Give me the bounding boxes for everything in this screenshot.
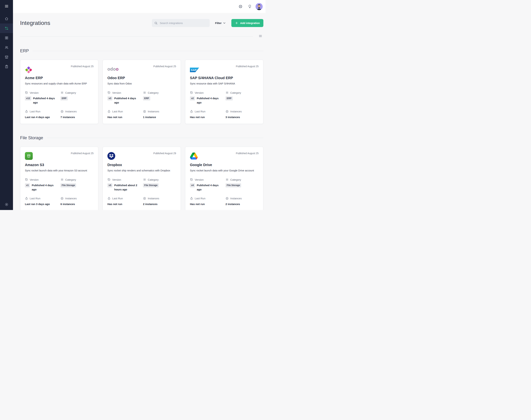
home-icon xyxy=(5,17,9,21)
last-run-label: Last Run xyxy=(107,197,140,200)
stack-icon xyxy=(61,178,64,181)
integration-card-acme-erp[interactable]: Published August 25 Acme ERP Sync resour… xyxy=(20,60,98,124)
list-view-toggle[interactable] xyxy=(258,33,263,39)
stack-icon xyxy=(143,91,146,94)
category-label: Category xyxy=(226,178,258,181)
instances-label: Instances xyxy=(226,110,258,113)
sidebar-item-grid[interactable] xyxy=(0,33,13,43)
category-value: ERP xyxy=(226,96,258,100)
instances-cell: Instances 2 instances xyxy=(226,197,258,206)
integration-card-amazon-s3[interactable]: Published August 25 Amazon S3 Sync rocke… xyxy=(20,147,98,210)
sidebar-item-users[interactable] xyxy=(0,43,13,52)
last-run-text: Has not run xyxy=(107,115,122,119)
settings-gear-icon xyxy=(5,203,9,207)
odoo-logo: odoo xyxy=(107,65,119,73)
plus-icon xyxy=(235,21,238,25)
meta-row: Version v3 Published 4 days ago xyxy=(107,91,176,105)
version-published-text: Published 4 days ago xyxy=(114,96,140,105)
card-header: Published August 25 xyxy=(25,152,93,160)
meta-row: Version v2 Published 4 days ago xyxy=(190,91,258,105)
version-value: v12 Published 4 days ago xyxy=(25,96,58,105)
last-run-value: Has not run xyxy=(190,115,223,119)
sidebar-item-store[interactable] xyxy=(0,52,13,62)
version-badge: v2 xyxy=(190,96,195,100)
last-run-cell: Last Run Has not run xyxy=(107,197,140,206)
add-integration-label: Add integration xyxy=(240,21,260,25)
version-badge: v4 xyxy=(190,183,195,187)
instances-count-text: 7 instances xyxy=(61,115,75,119)
add-integration-button[interactable]: Add integration xyxy=(231,19,263,27)
section-heading: File Storage xyxy=(20,135,263,140)
instances-value: 2 instances xyxy=(226,202,258,206)
acme-erp-logo xyxy=(25,65,33,73)
instances-cell: Instances 1 instance xyxy=(143,110,176,119)
help-button[interactable] xyxy=(237,3,244,10)
category-badge: ERP xyxy=(226,96,233,100)
version-label-text: Version xyxy=(112,91,121,94)
instances-cell: Instances 2 instances xyxy=(143,197,176,206)
last-run-value: Has not run xyxy=(107,115,140,119)
history-icon xyxy=(107,91,111,94)
ideas-button[interactable] xyxy=(246,3,253,10)
section-erp: ERP Published August 25 Acme ERP Sync xyxy=(20,48,263,124)
odoo-wordmark-gray: odo xyxy=(107,66,116,72)
integration-name: SAP S/4HANA Cloud ERP xyxy=(190,76,258,80)
play-circle-icon xyxy=(143,110,146,113)
last-run-value: Last ran 3 days ago xyxy=(25,202,58,206)
card-grid: Published August 25 Acme ERP Sync resour… xyxy=(20,60,263,124)
section-rule xyxy=(33,51,263,51)
stopwatch-icon xyxy=(107,110,111,113)
sidebar-item-settings[interactable] xyxy=(0,200,13,209)
google-drive-glyph xyxy=(190,152,198,160)
card-grid: Published August 25 Amazon S3 Sync rocke… xyxy=(20,147,263,210)
instances-label: Instances xyxy=(143,197,176,200)
play-circle-icon xyxy=(143,197,146,200)
integration-name: Google Drive xyxy=(190,163,258,167)
last-run-label: Last Run xyxy=(25,110,58,113)
hamburger-menu-icon xyxy=(4,4,9,8)
bucket-glyph xyxy=(27,154,31,158)
storefront-icon xyxy=(5,55,9,59)
integration-card-google-drive[interactable]: Published August 25 Google Drive Sync ro… xyxy=(185,147,263,210)
version-value: v1 Published 4 days ago xyxy=(25,183,58,192)
published-date: Published August 25 xyxy=(236,65,258,68)
stack-icon xyxy=(226,178,229,181)
meta-row: Last Run Last ran 3 days ago Instances xyxy=(25,197,93,206)
history-icon xyxy=(25,91,28,94)
meta-row: Version v5 Published about 2 hours ago xyxy=(107,178,176,192)
stopwatch-icon xyxy=(25,110,28,113)
users-icon xyxy=(5,45,9,49)
card-header: Published August 25 xyxy=(25,65,93,73)
integration-card-sap-s4hana[interactable]: SAP Published August 25 SAP S/4HANA Clou… xyxy=(185,60,263,124)
filter-button[interactable]: Filter xyxy=(215,21,226,25)
integration-card-odoo-erp[interactable]: odoo Published August 25 Odoo ERP Sync d… xyxy=(103,60,181,124)
section-heading: ERP xyxy=(20,48,263,53)
sidebar-item-clipboard[interactable] xyxy=(0,62,13,72)
version-value: v5 Published about 2 hours ago xyxy=(107,183,140,192)
stack-icon xyxy=(226,91,229,94)
last-run-text: Has not run xyxy=(190,115,205,119)
stack-icon xyxy=(61,91,64,94)
last-run-cell: Last Run Has not run xyxy=(107,110,140,119)
version-value: v4 Published 4 days ago xyxy=(190,183,223,192)
version-label-text: Version xyxy=(195,91,204,94)
stopwatch-icon xyxy=(107,197,111,200)
sidebar-item-home[interactable] xyxy=(0,14,13,23)
instances-label: Instances xyxy=(61,197,93,200)
app-window: Integrations Filter Add integration xyxy=(0,0,266,210)
version-cell: Version v4 Published 4 days ago xyxy=(190,178,223,192)
category-cell: Category File Storage xyxy=(226,178,258,192)
sidebar-item-integrations[interactable] xyxy=(0,23,13,33)
search-input[interactable] xyxy=(152,19,210,27)
version-value: v2 Published 4 days ago xyxy=(190,96,223,105)
play-circle-icon xyxy=(226,110,229,113)
integration-card-dropbox[interactable]: Published August 29 Dropbox Sync rocket … xyxy=(103,147,181,210)
lightbulb-icon xyxy=(248,4,252,9)
section-title: ERP xyxy=(20,48,29,53)
hamburger-menu-button[interactable] xyxy=(0,0,13,13)
toolbar-divider-row xyxy=(20,33,263,39)
integration-description: Sync rocket ship renders and schematics … xyxy=(107,169,176,172)
meta-row: Last Run Has not run Instances xyxy=(190,197,258,206)
last-run-label-text: Last Run xyxy=(30,197,40,200)
user-avatar[interactable] xyxy=(256,3,263,10)
